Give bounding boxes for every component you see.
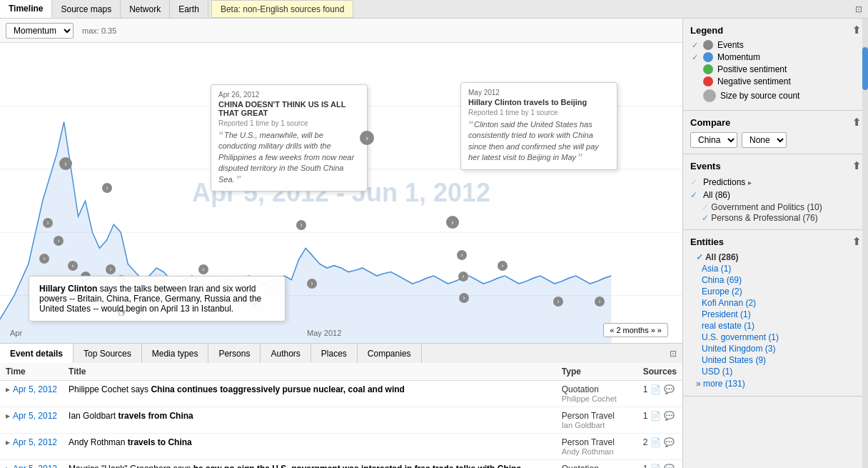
tab-persons[interactable]: Persons — [208, 344, 261, 363]
events-collapse[interactable]: ⬆ — [852, 160, 861, 171]
compare-section: Compare ⬆ China None — [683, 111, 868, 154]
event-dot-24[interactable]: › — [595, 297, 605, 307]
event-type-4: Quotation — [562, 464, 632, 468]
compare-select-2[interactable]: None — [742, 132, 787, 148]
momentum-select[interactable]: Momentum Events — [6, 23, 74, 39]
tooltip2-source: Reported 1 time by 1 source — [468, 109, 610, 116]
compare-row: China None — [690, 132, 861, 148]
comment-icon-1: 💬 — [664, 384, 675, 394]
entity-europe[interactable]: Europe (2) — [690, 286, 861, 297]
event-dot-19[interactable]: › — [457, 250, 467, 260]
event-type-1: Quotation — [562, 384, 632, 394]
event-dot-2[interactable]: › — [102, 183, 112, 193]
table-row[interactable]: ▸Apr 5, 2012 Ian Goldbart travels from C… — [0, 407, 682, 434]
entity-usd[interactable]: USD (1) — [690, 366, 861, 377]
tooltip-bubble-2: May 2012 Hillary Clinton travels to Beij… — [460, 82, 617, 170]
tab-media-types[interactable]: Media types — [142, 344, 209, 363]
persons-professional-item[interactable]: ✓ Persons & Professional (76) — [690, 213, 861, 223]
legend-item-positive: Positive sentiment — [690, 64, 861, 74]
entity-president[interactable]: President (1) — [690, 309, 861, 320]
tab-companies[interactable]: Companies — [358, 344, 422, 363]
col-sources: Sources — [637, 363, 682, 381]
doc-icon-2: 📄 — [650, 411, 661, 421]
tab-beta[interactable]: Beta: non-English sources found — [211, 0, 353, 18]
legend-collapse[interactable]: ⬆ — [852, 24, 861, 36]
compare-header: Compare ⬆ — [690, 116, 861, 128]
event-subtype-2: Ian Goldbart — [562, 421, 632, 429]
events-section: Events ⬆ ✓ Predictions ▸ ✓ All (86) ✓ Go… — [683, 154, 868, 230]
row-expand-1[interactable]: ▸ — [6, 384, 10, 394]
event-dot-17[interactable]: › — [296, 220, 306, 230]
entity-united-states[interactable]: United States (9) — [690, 354, 861, 366]
event-dot-25[interactable]: › — [446, 216, 459, 229]
legend-label-negative: Negative sentiment — [717, 76, 791, 86]
entities-section: Entities ⬆ ✓ All (286) Asia (1) China (6… — [683, 230, 868, 397]
chart-container[interactable]: Apr 5, 2012 - Jun 1, 2012 Apr 26, 2012 C… — [0, 43, 682, 343]
event-dot-23[interactable]: › — [553, 297, 563, 307]
entity-us-gov[interactable]: U.S. government (1) — [690, 332, 861, 343]
gov-politics-item[interactable]: ✓ Government and Politics (10) — [690, 202, 861, 212]
tab-places[interactable]: Places — [311, 344, 358, 363]
entities-collapse[interactable]: ⬆ — [852, 236, 861, 247]
legend-check-events[interactable]: ✓ — [690, 41, 699, 49]
event-dot-1[interactable]: › — [59, 157, 72, 170]
event-dot-21[interactable]: › — [459, 293, 469, 303]
event-title-4: Maurice "Hank" Greenberg says he saw no … — [63, 460, 556, 469]
source-icons-2: 1📄💬 — [643, 411, 677, 421]
sidebar-scrollbar[interactable] — [862, 19, 868, 468]
source-icons-4: 1📄💬 — [643, 464, 677, 468]
bottom-tabs-bar: Event details Top Sources Media types Pe… — [0, 343, 682, 363]
bottom-expand-icon[interactable]: ⊡ — [664, 346, 682, 362]
entity-all-label: All (286) — [705, 252, 739, 262]
event-dot-9[interactable]: › — [106, 264, 116, 274]
predictions-item[interactable]: ✓ Predictions ▸ — [690, 176, 861, 189]
months-button[interactable]: « 2 months » » — [603, 323, 668, 337]
maximize-icon[interactable]: ⊡ — [849, 1, 868, 17]
entity-asia[interactable]: Asia (1) — [690, 263, 861, 274]
row-expand-2[interactable]: ▸ — [6, 411, 10, 421]
compare-collapse[interactable]: ⬆ — [852, 116, 861, 128]
tab-authors[interactable]: Authors — [261, 344, 311, 363]
entity-all-check: ✓ — [696, 252, 703, 262]
tab-earth[interactable]: Earth — [170, 0, 208, 18]
table-row[interactable]: ▸Apr 5, 2012 Andy Rothman travels to Chi… — [0, 434, 682, 460]
legend-section: Legend ⬆ ✓ Events ✓ Momentum Positive se… — [683, 19, 868, 111]
event-type-3: Person Travel — [562, 437, 632, 447]
event-dot-20[interactable]: › — [458, 272, 468, 282]
legend-check-negative[interactable] — [690, 77, 699, 86]
row-expand-3[interactable]: ▸ — [6, 437, 10, 447]
table-row[interactable]: ▸Apr 5, 2012 Maurice "Hank" Greenberg sa… — [0, 460, 682, 469]
row-expand-4[interactable]: ▸ — [6, 464, 10, 468]
tooltip1-nav-arrow[interactable]: › — [360, 131, 374, 145]
all-events-item[interactable]: ✓ All (86) — [690, 189, 861, 201]
legend-header: Legend ⬆ — [690, 24, 861, 36]
event-dot-14[interactable]: › — [198, 264, 208, 274]
entities-more[interactable]: » more (131) — [690, 377, 861, 390]
event-dot-6[interactable]: › — [68, 261, 78, 271]
all-events-check: ✓ — [690, 190, 700, 200]
entity-real-estate[interactable]: real estate (1) — [690, 320, 861, 332]
legend-check-positive[interactable] — [690, 65, 699, 74]
tab-network[interactable]: Network — [121, 0, 170, 18]
legend-check-momentum[interactable]: ✓ — [690, 53, 699, 61]
tab-source-maps[interactable]: Source maps — [52, 0, 121, 18]
event-subtype-3: Andy Rothman — [562, 447, 632, 456]
tab-top-sources[interactable]: Top Sources — [74, 344, 142, 363]
entity-united-kingdom[interactable]: United Kingdom (3) — [690, 343, 861, 354]
table-row[interactable]: ▸Apr 5, 2012 Philippe Cochet says China … — [0, 381, 682, 407]
event-dot-5[interactable]: › — [39, 254, 49, 264]
tab-timeline[interactable]: Timeline — [0, 0, 52, 18]
event-dot-4[interactable]: › — [54, 236, 64, 246]
max-label: max: 0.35 — [82, 26, 116, 35]
x-label-may: May 2012 — [307, 329, 341, 337]
event-dot-22[interactable]: › — [498, 261, 508, 271]
tab-event-details[interactable]: Event details — [0, 344, 74, 363]
entity-china[interactable]: China (69) — [690, 274, 861, 286]
legend-label-momentum: Momentum — [717, 52, 760, 62]
entity-kofi-annan[interactable]: Kofi Annan (2) — [690, 297, 861, 309]
event-dot-3[interactable]: › — [43, 218, 53, 228]
compare-select-1[interactable]: China — [690, 132, 737, 148]
event-dot-18[interactable]: › — [307, 279, 317, 289]
entity-all[interactable]: ✓ All (286) — [690, 252, 861, 263]
sidebar-scroll-thumb[interactable] — [862, 47, 868, 90]
